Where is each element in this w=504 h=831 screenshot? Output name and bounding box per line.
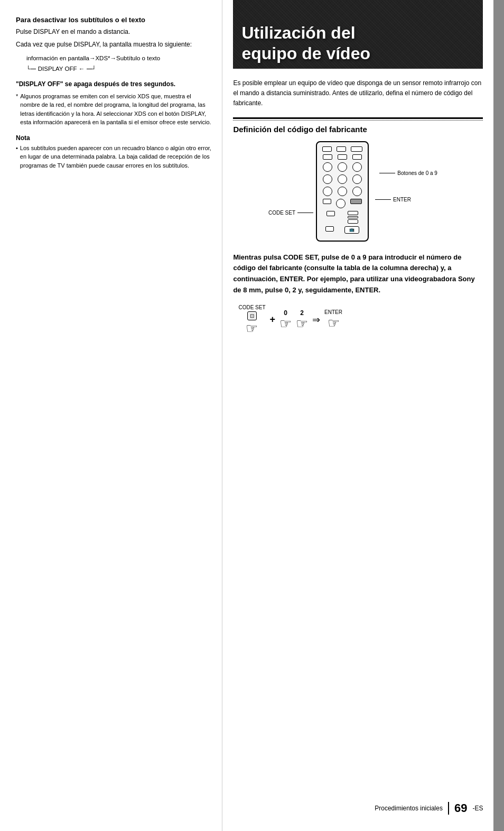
remote-row-3 [320,162,365,172]
btn-oval-10 [336,199,346,208]
nota-text: Los subtítulos pueden aparecer con un re… [20,144,212,170]
remote-wrap: 📺 Botones de 0 a 9 ENTER CODE SET [316,141,369,242]
footer: Procedimientos iniciales 69 -ES [375,801,483,815]
display-off-text: DISPLAY OFF ← [38,64,85,73]
btn-small-1 [323,199,331,204]
btn-oval-3 [352,162,362,172]
footer-suffix: -ES [472,805,483,812]
btn-oval-4 [323,174,332,184]
remote-body: 📺 [316,141,369,242]
example-diagram: CODE SET ⊡ ☞ + 0 ☞ 2 ☞ ⇒ ENTER ☞ [238,304,483,335]
btn-oval-1 [323,162,332,172]
btn-minus [348,219,358,224]
btn-oval-7 [323,187,332,196]
btn-code-1 [326,211,335,216]
right-column: Utilización del equipo de vídeo Es posib… [222,0,493,831]
banner-title: Utilización del equipo de vídeo [241,23,370,63]
bold-statement: "DISPLAY OFF" se apaga después de tres s… [16,79,211,89]
botones-line [379,173,395,173]
enter-line [375,199,391,200]
footer-page: 69 [454,801,467,815]
remote-row-2 [320,154,365,160]
dotted-divider [233,120,483,121]
btn-rect-3 [351,146,362,152]
section1-p1: Pulse DISPLAY en el mando a distancia. [16,27,211,36]
sidebar-strip [493,0,504,831]
btn-rect-2 [337,146,346,152]
remote-row-4 [320,174,365,184]
nota-star: • [16,144,18,170]
btn-oval-5 [338,174,347,184]
label-botones: Botones de 0 a 9 [379,170,437,176]
codeset-line [297,213,313,213]
label-codeset: CODE SET [268,210,313,216]
btn-oval-2 [338,162,347,172]
banner-line2: equipo de vídeo [241,43,370,63]
codeset-btn-box: ⊡ [247,311,257,320]
bullet-star: * [16,92,18,127]
remote-row-8: 📺 [320,226,365,234]
btn-rect-4 [323,154,332,160]
bullet-section: * Algunos programas se emiten con el ser… [16,92,211,127]
label-enter: ENTER [375,197,411,202]
nota-bullet: • Los subtítulos pueden aparecer con un … [16,144,211,170]
right-intro: Es posible emplear un equipo de vídeo qu… [233,78,483,109]
header-banner: Utilización del equipo de vídeo [233,0,483,69]
btn-oval-9 [352,187,362,196]
example-codeset-group: CODE SET ⊡ ☞ [238,304,265,335]
section-divider [233,117,483,119]
btn-rect-6 [352,154,362,160]
remote-diagram-area: 📺 Botones de 0 a 9 ENTER CODE SET [274,141,443,242]
remote-row-7 [320,211,365,224]
footer-divider [448,802,449,815]
banner-line1: Utilización del [241,23,370,43]
btn-code-group [348,211,358,224]
example-codeset-label: CODE SET [238,304,265,310]
nota-title: Nota [16,134,211,142]
section-title: Definición del código del fabricante [233,125,483,134]
btn-oval-6 [352,174,362,184]
bullet-text-1: Algunos programas se emiten con el servi… [20,92,211,127]
display-flow: información en pantalla→XDS*→Subtítulo o… [26,53,211,74]
nota-section: Nota • Los subtítulos pueden aparecer co… [16,134,211,170]
hand-icon-0: ☞ [279,317,292,330]
left-column: Para desactivar los subtítulos o el text… [0,0,222,831]
section1-p2: Cada vez que pulse DISPLAY, la pantalla … [16,40,211,49]
example-enter-group: ENTER ☞ [324,309,342,330]
example-num0-group: 0 ☞ [279,309,292,330]
btn-rect-5 [338,154,347,160]
bold-instruction: Mientras pulsa CODE SET, pulse de 0 a 9 … [233,252,483,296]
flow-text: información en pantalla→XDS*→Subtítulo o… [26,53,211,63]
plus-sign: + [270,314,276,325]
btn-enter [350,199,362,204]
hand-icon-codeset: ☞ [246,321,258,335]
remote-row-1 [320,146,365,152]
hand-icon-enter: ☞ [328,316,340,330]
footer-text: Procedimientos iniciales [375,805,443,812]
hand-icon-2: ☞ [296,317,308,330]
btn-tv: 📺 [344,226,359,234]
btn-oval-8 [338,187,347,196]
btn-code-set [348,216,358,218]
btn-plus [348,211,358,215]
bullet-item-1: * Algunos programas se emiten con el ser… [16,92,211,127]
btn-small-2 [325,226,334,232]
section1-title: Para desactivar los subtítulos o el text… [16,16,211,24]
arrow-sign: ⇒ [312,314,320,326]
remote-row-6 [320,199,365,208]
remote-row-5 [320,187,365,196]
btn-rect-1 [322,146,332,152]
example-num2-group: 2 ☞ [296,309,308,330]
example-enter-label: ENTER [324,309,342,315]
